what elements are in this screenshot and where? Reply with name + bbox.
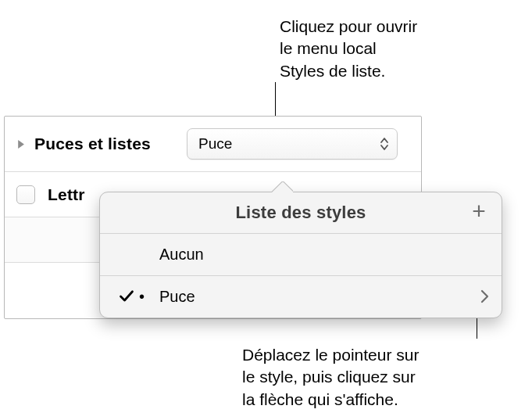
popover-header: Liste des styles + xyxy=(100,192,502,234)
list-item-label: Puce xyxy=(159,288,195,306)
bullets-label: Puces et listes xyxy=(34,135,151,153)
popover-title: Liste des styles xyxy=(133,203,469,223)
stepper-arrows-icon xyxy=(380,137,389,151)
checkmark-icon xyxy=(114,247,139,263)
bullets-row: Puces et listes Puce xyxy=(5,117,421,171)
list-item[interactable]: Aucun xyxy=(100,234,502,275)
list-item-label: Aucun xyxy=(159,246,204,264)
add-style-button[interactable]: + xyxy=(469,201,489,221)
bullet-preview: • xyxy=(139,288,159,306)
disclosure-icon[interactable] xyxy=(16,140,25,149)
plus-icon: + xyxy=(472,199,486,223)
callout-top: Cliquez pour ouvrir le menu local Styles… xyxy=(280,16,417,82)
chevron-right-icon[interactable] xyxy=(480,289,489,303)
list-style-select[interactable]: Puce xyxy=(187,128,398,160)
popover-tail xyxy=(271,181,293,192)
lettrine-checkbox[interactable] xyxy=(16,185,35,204)
callout-bottom: Déplacez le pointeur sur le style, puis … xyxy=(242,344,419,411)
list-item[interactable]: • Puce xyxy=(100,275,502,317)
list-style-select-value: Puce xyxy=(198,135,232,153)
list-styles-popover: Liste des styles + Aucun • Puce xyxy=(99,192,502,318)
lettrine-label: Lettr xyxy=(48,185,85,204)
checkmark-icon xyxy=(114,289,139,304)
